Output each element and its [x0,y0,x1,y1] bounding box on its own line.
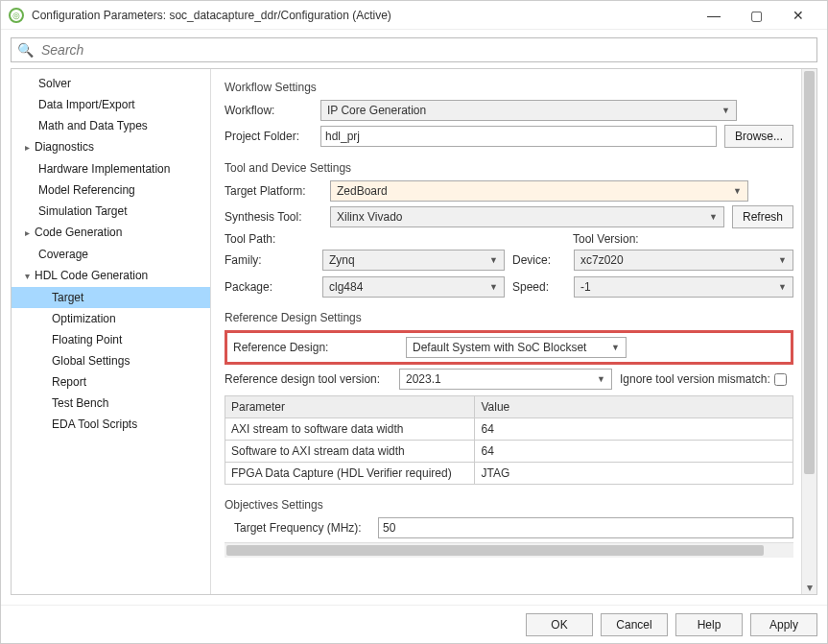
device-label: Device: [512,253,566,267]
chevron-down-icon: ▼ [709,212,718,222]
refresh-button[interactable]: Refresh [732,205,793,228]
value-cell[interactable]: 64 [475,441,793,463]
target-platform-select[interactable]: ZedBoard ▼ [330,180,748,202]
tool-version-label: Tool Version: [573,232,793,246]
chevron-down-icon: ▼ [722,106,730,115]
scroll-down-arrow[interactable]: ▾ [802,581,816,594]
param-header-parameter: Parameter [225,396,475,418]
family-label: Family: [225,253,315,267]
tree-item-target[interactable]: Target [12,287,210,308]
cancel-button[interactable]: Cancel [601,613,668,636]
tree-item-coverage[interactable]: Coverage [12,244,210,265]
tree-item-diagnostics[interactable]: ▸Diagnostics [12,136,210,158]
ok-button[interactable]: OK [526,613,593,636]
param-cell[interactable]: AXI stream to software data width [225,418,475,441]
chevron-down-icon: ▼ [597,374,605,384]
param-cell[interactable]: FPGA Data Capture (HDL Verifier required… [225,463,475,485]
tree-item-code-generation[interactable]: ▸Code Generation [12,222,210,244]
tree-caret-icon: ▸ [25,225,35,242]
minimize-button[interactable]: — [693,2,735,29]
search-input[interactable] [39,41,811,59]
chevron-down-icon: ▼ [611,343,620,352]
tree-item-test-bench[interactable]: Test Bench [12,393,210,414]
objectives-section-title: Objectives Settings [225,498,793,512]
main-scroll: Workflow Settings Workflow: IP Core Gene… [211,69,801,594]
chevron-down-icon: ▼ [489,255,498,265]
family-select[interactable]: Zynq▼ [322,250,505,271]
synthesis-tool-label: Synthesis Tool: [225,210,330,224]
target-frequency-label: Target Frequency (MHz): [234,521,378,535]
project-folder-label: Project Folder: [225,130,320,143]
table-row: AXI stream to software data width64 [225,418,793,441]
synthesis-tool-select[interactable]: Xilinx Vivado ▼ [330,206,724,227]
workflow-select[interactable]: IP Core Generation ▼ [320,100,737,121]
refdes-version-select[interactable]: 2023.1▼ [399,369,612,390]
speed-label: Speed: [512,280,566,294]
param-cell[interactable]: Software to AXI stream data width [225,441,475,463]
main-pane: Workflow Settings Workflow: IP Core Gene… [211,69,816,594]
tree-caret-icon: ▾ [25,268,35,285]
scrollbar-thumb[interactable] [804,71,815,474]
chevron-down-icon: ▼ [778,282,787,292]
tree-caret-icon: ▸ [25,139,35,156]
apply-button[interactable]: Apply [750,613,817,636]
tree-item-eda-tool-scripts[interactable]: EDA Tool Scripts [12,414,210,435]
tree-item-math-and-data-types[interactable]: Math and Data Types [12,115,210,136]
tool-section-title: Tool and Device Settings [225,161,793,175]
horizontal-scrollbar[interactable] [225,542,793,558]
reference-design-highlight: Reference Design: Default System with So… [225,330,793,365]
chevron-down-icon: ▼ [778,255,787,265]
refdes-param-table: Parameter Value AXI stream to software d… [225,395,793,485]
refdes-section-title: Reference Design Settings [225,311,793,324]
scrollbar-thumb[interactable] [226,545,764,556]
ignore-mismatch-label: Ignore tool version mismatch: [620,372,770,386]
device-select[interactable]: xc7z020▼ [574,250,793,271]
browse-button[interactable]: Browse... [724,125,793,148]
table-row: Software to AXI stream data width64 [225,441,793,463]
workflow-section-title: Workflow Settings [225,81,793,94]
search-box[interactable]: 🔍 [11,37,817,62]
workflow-label: Workflow: [225,104,320,117]
tree-item-data-import-export[interactable]: Data Import/Export [12,94,210,115]
content-area: 🔍 SolverData Import/ExportMath and Data … [1,30,827,605]
tree-item-global-settings[interactable]: Global Settings [12,350,210,371]
target-frequency-input[interactable] [378,517,793,538]
value-cell[interactable]: JTAG [475,463,793,485]
chevron-down-icon: ▼ [733,186,742,196]
tree-item-simulation-target[interactable]: Simulation Target [12,201,210,222]
refdes-version-label: Reference design tool version: [225,372,399,386]
app-icon: ◎ [9,8,24,23]
table-row: FPGA Data Capture (HDL Verifier required… [225,463,793,485]
reference-design-label: Reference Design: [233,341,396,354]
package-label: Package: [225,280,315,294]
param-header-value: Value [475,396,793,418]
close-button[interactable]: ✕ [777,2,819,29]
body: SolverData Import/ExportMath and Data Ty… [11,68,817,595]
project-folder-input[interactable] [320,126,717,147]
value-cell[interactable]: 64 [475,418,793,441]
tree-item-report[interactable]: Report [12,371,210,393]
tool-path-label: Tool Path: [225,232,330,246]
window-title: Configuration Parameters: soc_datacaptur… [32,9,693,22]
tree-item-hardware-implementation[interactable]: Hardware Implementation [12,158,210,179]
reference-design-select[interactable]: Default System with SoC Blockset▼ [406,337,627,358]
window-controls: — ▢ ✕ [693,2,819,29]
speed-select[interactable]: -1▼ [574,276,793,298]
help-button[interactable]: Help [675,613,743,636]
tree-item-optimization[interactable]: Optimization [12,308,210,329]
target-platform-label: Target Platform: [225,184,330,198]
package-select[interactable]: clg484▼ [322,276,505,298]
titlebar: ◎ Configuration Parameters: soc_datacapt… [1,1,827,30]
dialog-footer: OK Cancel Help Apply [1,605,827,643]
ignore-mismatch-checkbox[interactable] [774,373,787,386]
tree-item-floating-point[interactable]: Floating Point [12,329,210,350]
vertical-scrollbar[interactable]: ▴ ▾ [801,69,816,594]
maximize-button[interactable]: ▢ [735,2,777,29]
chevron-down-icon: ▼ [489,282,498,292]
tree-item-model-referencing[interactable]: Model Referencing [12,179,210,201]
tree-item-solver[interactable]: Solver [12,73,210,94]
search-icon: 🔍 [17,42,34,58]
config-window: ◎ Configuration Parameters: soc_datacapt… [0,0,828,644]
tree-item-hdl-code-generation[interactable]: ▾HDL Code Generation [12,265,210,287]
nav-tree: SolverData Import/ExportMath and Data Ty… [12,69,211,594]
